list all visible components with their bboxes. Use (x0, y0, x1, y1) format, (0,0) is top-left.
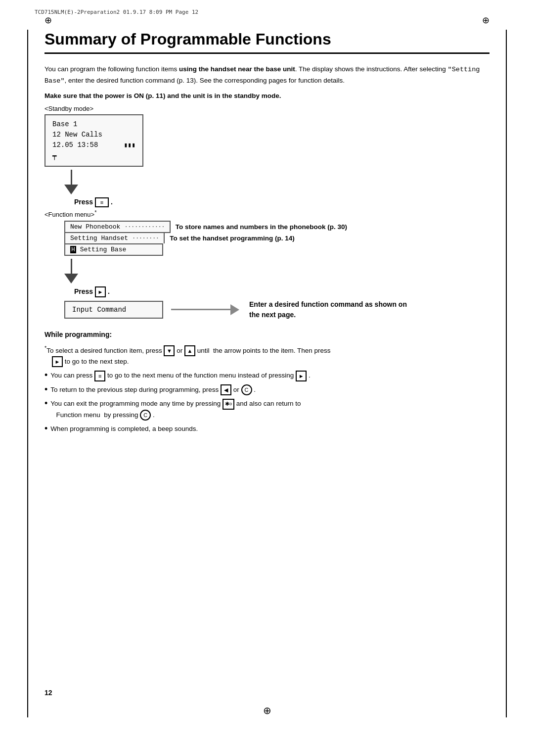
enter-cmd-bold: Enter a desired function command as show… (249, 300, 407, 319)
input-command-row: Input Command Enter a desired function c… (44, 299, 490, 320)
down-btn[interactable]: ▼ (164, 345, 175, 356)
c-btn-1[interactable]: C (241, 384, 252, 395)
header-meta: TCD715NLM(E)-2Preparation2 01.9.17 8:09 … (0, 0, 534, 15)
right-btn-inline[interactable]: ► (296, 371, 307, 381)
right-button[interactable]: ► (95, 286, 106, 297)
intro-paragraph: You can program the following function i… (44, 64, 490, 86)
bullet-3-text: You can exit the programming mode any ti… (50, 398, 301, 421)
page-container: TCD715NLM(E)-2Preparation2 01.9.17 8:09 … (0, 0, 534, 756)
star-note: *To select a desired function item, pres… (44, 343, 490, 367)
handset-description: To set the handset programming (p. 14) (170, 235, 295, 242)
left-btn-inline[interactable]: ◀ (221, 384, 231, 395)
phonebook-menu-text: New Phonebook (70, 223, 120, 231)
press-right-label: Press (74, 287, 95, 295)
page-title: Summary of Programmable Functions (44, 30, 490, 54)
bullet-4: • When programming is completed, a beep … (44, 424, 490, 434)
long-arrow-right (171, 304, 239, 315)
arrow-down-2 (64, 259, 78, 284)
star-superscript: * (94, 209, 96, 215)
phonebook-description: To store names and numbers in the phoneb… (176, 223, 347, 231)
base-menu-arrow: H (70, 246, 76, 253)
press-menu-label: Press (74, 198, 95, 206)
right-button-label: ► (98, 289, 103, 295)
page-number: 12 (44, 689, 52, 697)
dotted-separator-1: ············ (124, 223, 165, 231)
bottom-crosshair: ⊕ (263, 705, 271, 716)
handset-menu-text: Setting Handset (70, 235, 132, 242)
top-left-crosshair: ⊕ (44, 15, 52, 26)
bullet-dot-2: • (44, 384, 47, 395)
bullet-2-text: To return to the previous step during pr… (50, 384, 256, 395)
dotted-separator-2: ········ (132, 235, 159, 242)
next-step-btn[interactable]: ► (52, 356, 63, 367)
menu-btn-inline[interactable]: ≡ (94, 371, 105, 381)
battery-indicator: ▮▮▮ (124, 140, 135, 150)
input-command-box: Input Command (64, 301, 163, 319)
up-btn[interactable]: ▲ (184, 345, 195, 356)
function-menu-label: <Function menu>* (44, 209, 490, 218)
antenna-icon: ┯ (52, 151, 56, 162)
bullet-2: • To return to the previous step during … (44, 384, 490, 395)
lcd-line2: 12 New Calls (52, 130, 135, 140)
lcd-line1: Base 1 (52, 119, 135, 130)
menu-button[interactable]: ≡ (95, 197, 109, 207)
bullet-4-text: When programming is completed, a beep so… (50, 424, 198, 434)
warning-text: Make sure that the power is ON (p. 11) a… (44, 91, 490, 101)
menu-button-label: ≡ (100, 199, 103, 205)
menu-row-handset: Setting Handset ········ To set the hand… (64, 233, 490, 243)
bullet-dot-1: • (44, 370, 47, 381)
bullet-1-text: You can press ≡ to go to the next menu o… (50, 370, 310, 381)
star-o-btn[interactable]: ✱o (222, 399, 234, 410)
top-right-crosshair: ⊕ (482, 15, 490, 26)
bullet-3: • You can exit the programming mode any … (44, 398, 490, 421)
arrow-head (230, 304, 239, 315)
main-content: Summary of Programmable Functions You ca… (0, 15, 534, 452)
bullet-dot-4: • (44, 424, 47, 434)
press-period: . (111, 198, 113, 206)
star-sym: * (44, 345, 46, 351)
enter-cmd-text: Enter a desired function command as show… (249, 299, 417, 320)
meta-text: TCD715NLM(E)-2Preparation2 01.9.17 8:09 … (35, 9, 198, 15)
bullet-1: • You can press ≡ to go to the next menu… (44, 370, 490, 381)
while-programming-section: While programming: *To select a desired … (44, 329, 490, 434)
press-right-period: . (108, 287, 110, 295)
menu-row-base: H Setting Base (64, 243, 490, 256)
standby-label: <Standby mode> (44, 105, 490, 112)
lcd-display: Base 1 12 New Calls 12.05 13:58 ▮▮▮ ┯ (44, 114, 143, 167)
bullet-dot-3: • (44, 398, 47, 409)
arrow-shaft (171, 309, 230, 310)
function-menu-area: New Phonebook ············ To store name… (64, 221, 490, 256)
while-programming-title: While programming: (44, 329, 490, 340)
lcd-line3: 12.05 13:58 (52, 140, 98, 150)
arrow-down-1 (64, 170, 78, 194)
base-menu-text: Setting Base (80, 246, 127, 253)
menu-row-phonebook: New Phonebook ············ To store name… (64, 221, 490, 233)
input-command-text: Input Command (72, 306, 126, 314)
press-right-line: Press ► . (74, 286, 490, 297)
press-menu-line: Press ≡ . (74, 197, 490, 207)
c-btn-2[interactable]: C (140, 410, 151, 421)
